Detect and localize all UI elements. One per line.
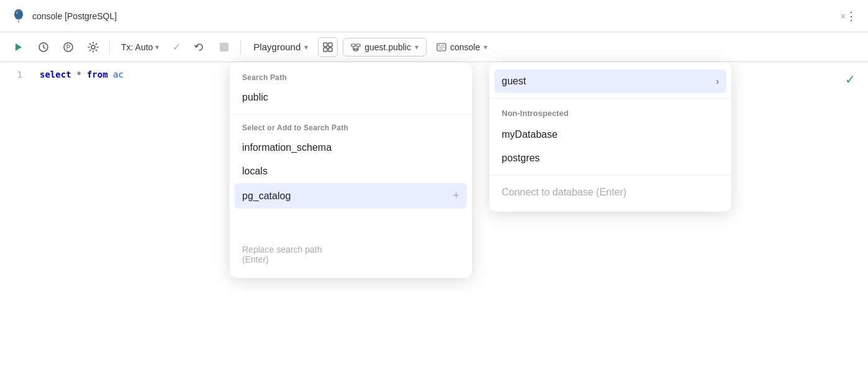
grid-icon	[322, 42, 333, 53]
sql-from-keyword: from	[87, 70, 108, 79]
search-path-public-item[interactable]: public	[230, 86, 472, 109]
sql-star: *	[76, 70, 81, 79]
stop-icon	[220, 43, 228, 52]
tx-auto-button[interactable]: Tx: Auto ▾	[115, 40, 165, 55]
history-icon	[38, 42, 49, 53]
line-numbers: 1	[0, 62, 30, 391]
schema-selector-button[interactable]: guest.public ▾	[343, 38, 427, 56]
select-or-add-label: Select or Add to Search Path	[230, 120, 472, 136]
pg-catalog-item[interactable]: pg_catalog +	[235, 183, 467, 209]
sql-table-name: ac	[113, 70, 124, 79]
pin-icon: P	[63, 42, 74, 53]
gear-icon	[88, 42, 99, 53]
run-button[interactable]	[7, 36, 30, 58]
svg-rect-12	[351, 44, 355, 47]
playground-label: Playground	[253, 42, 301, 52]
syntax-check-mark: ✓	[845, 72, 856, 87]
undo-button[interactable]	[188, 36, 210, 58]
play-icon	[14, 42, 24, 52]
divider-1	[230, 114, 472, 115]
svg-point-7	[91, 45, 95, 49]
separator-2	[240, 40, 241, 55]
svg-rect-11	[328, 48, 332, 52]
pinned-button[interactable]: P	[57, 36, 79, 58]
add-to-path-icon: +	[453, 189, 459, 202]
console-chevron-icon: ▾	[484, 43, 487, 52]
information-schema-item[interactable]: information_schema	[230, 136, 472, 160]
tx-chevron-icon: ▾	[155, 43, 159, 52]
locals-item[interactable]: locals	[230, 160, 472, 183]
svg-rect-13	[356, 44, 360, 47]
svg-rect-8	[323, 43, 327, 47]
guest-db-item[interactable]: guest ›	[494, 70, 726, 93]
svg-rect-10	[323, 48, 327, 52]
connect-to-database-item[interactable]: Connect to database (Enter)	[489, 181, 731, 204]
replace-search-path-footer: Replace search path (Enter)	[230, 238, 472, 271]
svg-point-20	[438, 45, 440, 46]
search-path-dropdown: Search Path public Select or Add to Sear…	[230, 62, 472, 278]
sql-select-keyword: select	[40, 70, 71, 79]
svg-point-2	[16, 12, 18, 14]
postgres-item[interactable]: postgres	[489, 146, 731, 170]
close-tab-button[interactable]: ×	[841, 11, 846, 21]
playground-chevron-icon: ▾	[304, 43, 308, 52]
window-title: console [PostgreSQL]	[32, 11, 836, 21]
console-button[interactable]: console ▾	[429, 38, 495, 56]
divider-3	[489, 175, 731, 176]
chevron-right-icon: ›	[716, 76, 719, 86]
console-label: console	[450, 42, 480, 52]
schema-icon	[351, 42, 361, 52]
title-bar: console [PostgreSQL] × ⋮	[0, 0, 868, 32]
more-options-button[interactable]: ⋮	[846, 9, 858, 23]
svg-marker-3	[16, 43, 22, 51]
undo-icon	[194, 42, 205, 53]
schema-chevron-icon: ▾	[415, 43, 418, 52]
toolbar: P Tx: Auto ▾ ✓ Playground ▾	[0, 32, 868, 62]
history-button[interactable]	[32, 36, 55, 58]
check-button[interactable]: ✓	[168, 38, 186, 55]
tx-label: Tx: Auto	[121, 42, 153, 52]
non-introspected-label: Non-Introspected	[489, 104, 731, 123]
settings-button[interactable]	[82, 36, 104, 58]
database-dropdown: guest › Non-Introspected myDatabase post…	[489, 62, 731, 212]
postgres-logo	[10, 7, 27, 25]
svg-text:P: P	[66, 44, 71, 51]
search-path-label: Search Path	[230, 70, 472, 86]
stop-button[interactable]	[213, 36, 235, 58]
mydatabase-item[interactable]: myDatabase	[489, 123, 731, 146]
playground-button[interactable]: Playground ▾	[246, 38, 315, 56]
svg-rect-9	[328, 43, 332, 47]
divider-2	[489, 98, 731, 99]
separator-1	[109, 40, 110, 55]
grid-view-button[interactable]	[318, 37, 338, 57]
line-number-1: 1	[0, 70, 22, 79]
console-icon	[436, 42, 446, 52]
schema-label: guest.public	[364, 42, 411, 52]
